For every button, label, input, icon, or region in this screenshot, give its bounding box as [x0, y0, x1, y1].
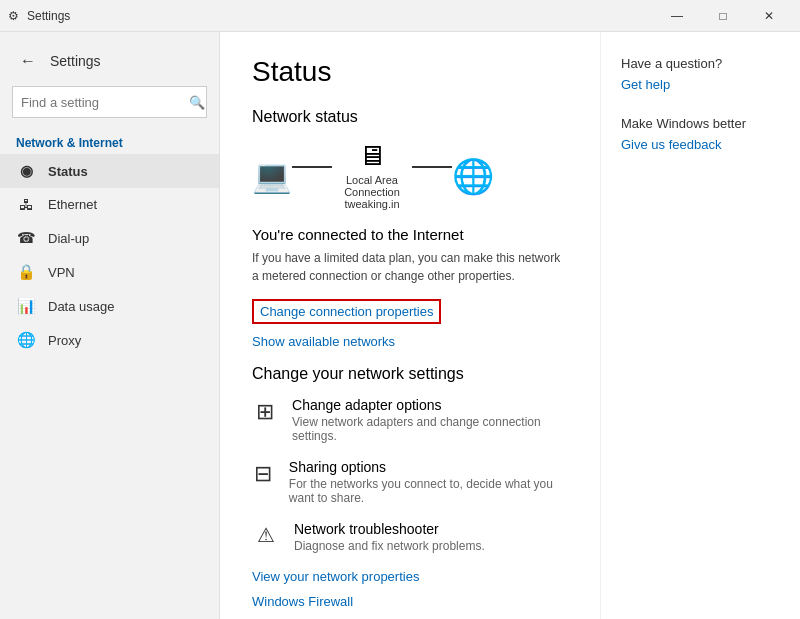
page-title: Status	[252, 56, 568, 88]
view-network-properties-link[interactable]: View your network properties	[252, 569, 568, 584]
main-content: Status Network status 💻 🖥 Local Area Con…	[220, 32, 600, 619]
network-line-2	[412, 166, 452, 168]
title-bar-icon: ⚙	[8, 9, 19, 23]
connection-status: You're connected to the Internet	[252, 226, 568, 243]
app-container: ← Settings 🔍 Network & Internet ◉ Status…	[0, 32, 800, 619]
network-node-computer: 💻	[252, 160, 292, 192]
troubleshooter-option-desc: Diagnose and fix network problems.	[294, 539, 485, 553]
network-diagram: 💻 🖥 Local Area Connection tweaking.in 🌐	[252, 142, 568, 210]
network-node-router: 🖥 Local Area Connection tweaking.in	[332, 142, 412, 210]
data-usage-icon: 📊	[16, 297, 36, 315]
vpn-icon: 🔒	[16, 263, 36, 281]
title-bar-controls: — □ ✕	[654, 0, 792, 32]
router-label: Local Area Connection tweaking.in	[332, 174, 412, 210]
ethernet-icon: 🖧	[16, 196, 36, 213]
internet-icon: 🌐	[452, 159, 494, 193]
troubleshooter-option-title[interactable]: Network troubleshooter	[294, 521, 485, 537]
sidebar-item-status[interactable]: ◉ Status	[0, 154, 219, 188]
windows-firewall-link[interactable]: Windows Firewall	[252, 594, 568, 609]
computer-icon: 💻	[252, 160, 292, 192]
change-connection-link[interactable]: Change connection properties	[252, 299, 441, 324]
sidebar-item-proxy[interactable]: 🌐 Proxy	[0, 323, 219, 357]
sidebar-item-label-proxy: Proxy	[48, 333, 81, 348]
adapter-option-desc: View network adapters and change connect…	[292, 415, 568, 443]
sidebar-item-label-ethernet: Ethernet	[48, 197, 97, 212]
troubleshooter-icon: ⚠	[252, 523, 280, 547]
title-bar-title: Settings	[27, 9, 70, 23]
help-section: Have a question? Get help	[621, 56, 780, 92]
adapter-icon: ⊞	[252, 399, 278, 425]
network-option-troubleshooter: ⚠ Network troubleshooter Diagnose and fi…	[252, 521, 568, 553]
minimize-button[interactable]: —	[654, 0, 700, 32]
change-network-title: Change your network settings	[252, 365, 568, 383]
sharing-option-title[interactable]: Sharing options	[289, 459, 568, 475]
right-panel: Have a question? Get help Make Windows b…	[600, 32, 800, 619]
sidebar-section-label: Network & Internet	[0, 130, 219, 154]
sidebar-title: Settings	[50, 53, 101, 69]
network-status-title: Network status	[252, 108, 568, 126]
show-available-networks-link[interactable]: Show available networks	[252, 334, 568, 349]
search-box[interactable]: 🔍	[12, 86, 207, 118]
title-bar-left: ⚙ Settings	[8, 9, 70, 23]
dialup-icon: ☎	[16, 229, 36, 247]
sharing-icon: ⊟	[252, 461, 275, 487]
feedback-section: Make Windows better Give us feedback	[621, 116, 780, 152]
connection-desc: If you have a limited data plan, you can…	[252, 249, 568, 285]
close-button[interactable]: ✕	[746, 0, 792, 32]
sidebar-item-label-vpn: VPN	[48, 265, 75, 280]
sidebar-item-data-usage[interactable]: 📊 Data usage	[0, 289, 219, 323]
sidebar-item-ethernet[interactable]: 🖧 Ethernet	[0, 188, 219, 221]
sidebar-item-label-status: Status	[48, 164, 88, 179]
network-option-adapter: ⊞ Change adapter options View network ad…	[252, 397, 568, 443]
router-icon: 🖥	[358, 142, 386, 170]
sidebar-header: ← Settings	[0, 40, 219, 86]
title-bar: ⚙ Settings — □ ✕	[0, 0, 800, 32]
sidebar-item-vpn[interactable]: 🔒 VPN	[0, 255, 219, 289]
sharing-option-desc: For the networks you connect to, decide …	[289, 477, 568, 505]
search-icon: 🔍	[189, 95, 205, 110]
adapter-option-title[interactable]: Change adapter options	[292, 397, 568, 413]
sidebar-item-dialup[interactable]: ☎ Dial-up	[0, 221, 219, 255]
get-help-link[interactable]: Get help	[621, 77, 780, 92]
feedback-link[interactable]: Give us feedback	[621, 137, 780, 152]
proxy-icon: 🌐	[16, 331, 36, 349]
status-icon: ◉	[16, 162, 36, 180]
network-option-sharing: ⊟ Sharing options For the networks you c…	[252, 459, 568, 505]
sidebar-back-button[interactable]: ←	[16, 48, 40, 74]
sidebar-item-label-dialup: Dial-up	[48, 231, 89, 246]
sidebar: ← Settings 🔍 Network & Internet ◉ Status…	[0, 32, 220, 619]
sidebar-item-label-data-usage: Data usage	[48, 299, 115, 314]
network-node-internet: 🌐	[452, 159, 494, 193]
network-line-1	[292, 166, 332, 168]
feedback-title: Make Windows better	[621, 116, 780, 131]
search-input[interactable]	[21, 95, 189, 110]
help-title: Have a question?	[621, 56, 780, 71]
maximize-button[interactable]: □	[700, 0, 746, 32]
